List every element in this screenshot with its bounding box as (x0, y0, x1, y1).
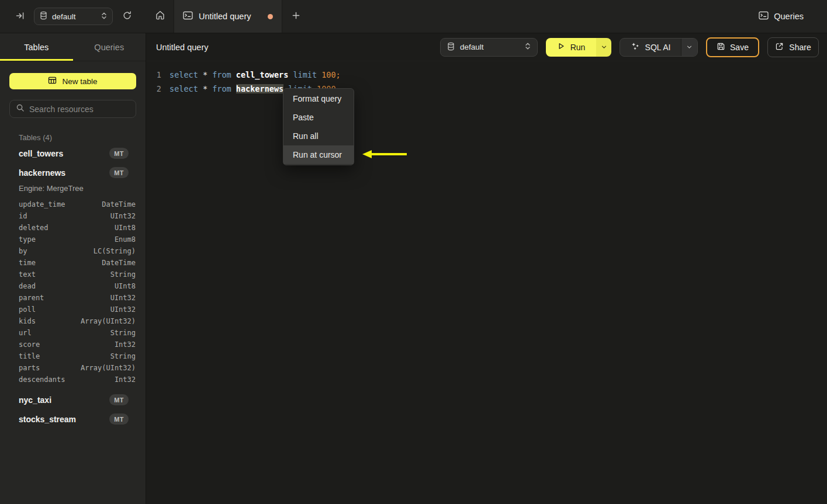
column-row: timeDateTime (0, 257, 146, 269)
code-line: 2select * from hackernews limit 1000 (146, 82, 827, 96)
menu-item-run-all[interactable]: Run all (283, 127, 354, 145)
plus-icon (292, 11, 300, 22)
column-name: deleted (19, 224, 115, 232)
queries-button-label: Queries (774, 12, 804, 21)
code-text: select * from cell_towers limit 100; (169, 68, 341, 82)
sidebar-content: New table Tables (4) cell_towersMThacker… (0, 61, 146, 504)
save-button[interactable]: Save (706, 37, 759, 57)
column-type: UInt8 (115, 282, 136, 290)
column-row: byLC(String) (0, 245, 146, 257)
column-name: id (19, 212, 110, 220)
table-row[interactable]: hackernewsMT (0, 163, 146, 182)
column-name: time (19, 259, 102, 267)
sidebar-tabs: Tables Queries (0, 33, 146, 61)
refresh-button[interactable] (120, 8, 134, 25)
column-type: String (110, 352, 136, 360)
play-icon (557, 42, 565, 52)
column-row: parentUInt32 (0, 292, 146, 304)
column-type: String (110, 329, 136, 337)
column-row: pollUInt32 (0, 304, 146, 315)
table-name: cell_towers (19, 149, 109, 158)
column-type: UInt32 (110, 212, 136, 220)
column-name: kids (19, 317, 81, 325)
new-table-button-label: New table (62, 77, 97, 86)
column-type: Int32 (115, 376, 136, 384)
new-table-button[interactable]: New table (9, 73, 136, 89)
sql-ai-button-label: SQL AI (645, 43, 671, 52)
column-list: update_timeDateTimeidUInt32deletedUInt8t… (0, 199, 146, 385)
tab-untitled-query[interactable]: Untitled query (174, 0, 282, 33)
table-engine: Engine: MergeTree (0, 182, 146, 195)
column-type: String (110, 270, 136, 279)
column-type: Enum8 (115, 235, 136, 244)
database-icon (40, 11, 47, 22)
search-box (9, 100, 136, 118)
code-line: 1select * from cell_towers limit 100; (146, 68, 827, 82)
table-row[interactable]: nyc_taxiMT (0, 390, 146, 409)
column-row: idUInt32 (0, 210, 146, 222)
column-row: partsArray(UInt32) (0, 362, 146, 374)
search-input[interactable] (29, 105, 130, 114)
column-type: DateTime (102, 259, 136, 267)
terminal-icon (183, 11, 193, 22)
table-row[interactable]: stocks_streamMT (0, 409, 146, 429)
sql-ai-button[interactable]: SQL AI (620, 39, 681, 56)
column-type: DateTime (102, 200, 136, 208)
column-type: Int32 (115, 340, 136, 349)
engine-badge: MT (109, 167, 129, 178)
sidebar-tab-queries[interactable]: Queries (73, 33, 146, 61)
column-name: type (19, 235, 115, 244)
column-row: deadUInt8 (0, 280, 146, 292)
share-button[interactable]: Share (767, 37, 819, 57)
run-button[interactable]: Run (546, 38, 596, 57)
unsaved-changes-dot (268, 14, 273, 19)
topbar-database-select[interactable]: default (34, 8, 113, 25)
chevron-down-icon (601, 42, 607, 53)
column-row: urlString (0, 327, 146, 339)
collapse-sidebar-icon (15, 11, 25, 22)
engine-badge: MT (109, 394, 129, 405)
line-number: 1 (146, 68, 161, 82)
topbar-left: default (0, 0, 146, 33)
sql-ai-options-button[interactable] (681, 39, 697, 56)
column-row: scoreInt32 (0, 339, 146, 350)
column-name: poll (19, 305, 110, 314)
code-lines: 1select * from cell_towers limit 100;2se… (146, 68, 827, 96)
editor-context-menu: Format queryPasteRun allRun at cursor (283, 88, 354, 165)
column-row: kidsArray(UInt32) (0, 315, 146, 327)
save-button-label: Save (730, 43, 749, 52)
annotation-arrow (361, 148, 409, 160)
sql-editor[interactable]: 1select * from cell_towers limit 100;2se… (146, 61, 827, 504)
table-row[interactable]: cell_towersMT (0, 144, 146, 163)
column-type: UInt32 (110, 294, 136, 302)
column-name: url (19, 329, 110, 337)
query-toolbar: Untitled query default Run (146, 33, 827, 61)
home-tab-button[interactable] (146, 0, 174, 33)
column-name: parent (19, 294, 110, 302)
sidebar-tab-tables[interactable]: Tables (0, 33, 73, 61)
chevron-down-icon (686, 42, 693, 53)
collapse-sidebar-button[interactable] (13, 9, 27, 25)
run-options-button[interactable] (596, 38, 611, 57)
menu-item-paste[interactable]: Paste (283, 108, 354, 127)
toolbar-database-select[interactable]: default (440, 38, 538, 57)
column-type: UInt32 (110, 305, 136, 314)
column-name: descendants (19, 376, 115, 384)
queries-button[interactable]: Queries (759, 0, 827, 33)
column-row: typeEnum8 (0, 234, 146, 245)
column-name: dead (19, 282, 115, 290)
sidebar: Tables Queries New table Tables (4) cell… (0, 33, 146, 504)
main-area: Untitled query default Run (146, 33, 827, 504)
refresh-icon (122, 11, 132, 22)
menu-item-run-at-cursor[interactable]: Run at cursor (283, 145, 354, 164)
menu-item-format-query[interactable]: Format query (283, 89, 354, 108)
table-name: hackernews (19, 168, 109, 178)
new-tab-button[interactable] (282, 0, 309, 33)
column-row: descendantsInt32 (0, 374, 146, 385)
engine-badge: MT (109, 148, 129, 159)
query-title: Untitled query (156, 43, 432, 52)
tab-label: Untitled query (199, 12, 262, 21)
run-button-label: Run (570, 43, 586, 52)
run-button-group: Run (546, 38, 611, 57)
column-row: textString (0, 269, 146, 280)
